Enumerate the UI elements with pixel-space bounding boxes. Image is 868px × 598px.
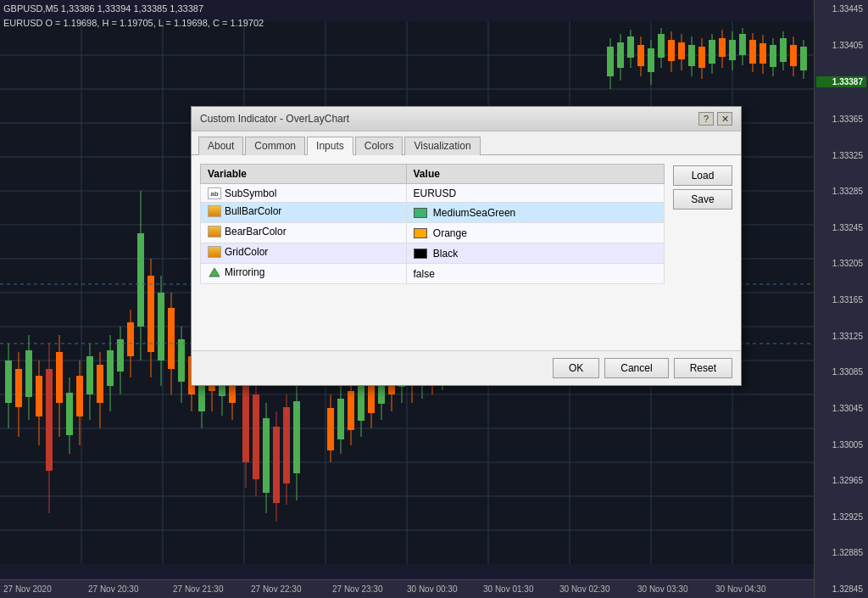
svg-rect-116 <box>263 418 270 493</box>
svg-rect-70 <box>25 350 32 397</box>
color-swatch-orange <box>414 228 427 238</box>
svg-rect-100 <box>178 339 185 382</box>
price-label-13: 1.32965 <box>816 476 866 485</box>
mirroring-icon-group: Mirroring <box>208 266 264 278</box>
variable-cell: GridColor <box>201 243 407 264</box>
price-label-7: 1.33205 <box>816 259 866 268</box>
price-label-8: 1.33165 <box>816 295 866 305</box>
svg-rect-54 <box>749 40 756 64</box>
tab-inputs[interactable]: Inputs <box>307 137 353 155</box>
dialog-controls: ? ✕ <box>698 112 732 126</box>
variable-cell: BullBarColor <box>201 203 407 223</box>
price-label-16: 1.32845 <box>816 584 866 594</box>
inputs-table: Variable Value ab SubSymbol <box>200 164 665 284</box>
svg-rect-32 <box>637 45 644 66</box>
inputs-table-wrapper: Variable Value ab SubSymbol <box>200 164 665 284</box>
dialog-title: Custom Indicator - OverLayChart <box>200 113 349 125</box>
svg-rect-78 <box>66 393 73 435</box>
svg-rect-80 <box>76 376 83 416</box>
time-label-6: 30 Nov 00:30 <box>407 584 458 594</box>
table-row[interactable]: BullBarColor MediumSeaGreen <box>201 203 665 223</box>
svg-rect-88 <box>117 339 124 372</box>
svg-rect-52 <box>739 34 746 55</box>
gridcolor-icon-group: GridColor <box>208 246 268 258</box>
price-label-10: 1.33085 <box>816 367 866 377</box>
tab-common[interactable]: Common <box>245 137 305 155</box>
time-label-8: 30 Nov 02:30 <box>559 584 610 594</box>
svg-rect-62 <box>790 45 797 66</box>
svg-rect-90 <box>127 322 134 356</box>
table-row[interactable]: GridColor Black <box>201 243 665 264</box>
svg-rect-94 <box>147 276 154 352</box>
price-label-6: 1.33245 <box>816 223 866 232</box>
ab-icon: ab <box>208 187 221 199</box>
current-price-label: 1.33387 <box>816 76 866 87</box>
col-variable: Variable <box>201 165 407 184</box>
close-button[interactable]: ✕ <box>717 112 732 126</box>
color-swatch-green <box>414 208 427 218</box>
cancel-button[interactable]: Cancel <box>604 358 668 378</box>
value-cell: false <box>406 264 664 284</box>
tab-colors[interactable]: Colors <box>355 137 403 155</box>
svg-rect-58 <box>770 45 776 67</box>
svg-rect-46 <box>709 40 715 64</box>
help-button[interactable]: ? <box>698 112 714 126</box>
svg-rect-92 <box>137 233 144 327</box>
table-row[interactable]: ab SubSymbol EURUSD <box>201 184 665 203</box>
bar-icon-grid <box>208 246 221 258</box>
tab-visualization[interactable]: Visualization <box>404 137 480 155</box>
time-label-7: 30 Nov 01:30 <box>483 584 534 594</box>
time-axis: 27 Nov 2020 27 Nov 20:30 27 Nov 21:30 27… <box>0 579 814 598</box>
price-label-15: 1.32885 <box>816 548 866 557</box>
dialog[interactable]: Custom Indicator - OverLayChart ? ✕ Abou… <box>191 106 742 386</box>
svg-marker-179 <box>209 268 220 277</box>
svg-rect-44 <box>698 47 705 68</box>
table-row[interactable]: Mirroring false <box>201 264 665 284</box>
svg-rect-48 <box>719 38 726 57</box>
time-label-5: 27 Nov 23:30 <box>332 584 383 594</box>
price-label-2: 1.33405 <box>816 41 866 50</box>
svg-rect-76 <box>56 352 63 403</box>
svg-rect-114 <box>253 394 259 479</box>
eurusd-info: EURUSD O = 1.19698, H = 1.19705, L = 1.1… <box>3 16 264 31</box>
ok-button[interactable]: OK <box>553 358 599 378</box>
chart-info: GBPUSD,M5 1,33386 1,33394 1,33385 1,3338… <box>3 2 264 30</box>
price-label-5: 1.33285 <box>816 187 866 196</box>
svg-rect-122 <box>293 401 300 473</box>
svg-rect-66 <box>5 360 12 403</box>
table-row[interactable]: BearBarColor Orange <box>201 223 665 243</box>
time-label-4: 27 Nov 22:30 <box>251 584 302 594</box>
variable-cell: ab SubSymbol <box>201 184 407 203</box>
svg-rect-128 <box>348 391 354 430</box>
svg-rect-126 <box>337 399 344 439</box>
value-cell: Black <box>406 243 664 264</box>
bullbar-icon-group: BullBarColor <box>208 205 281 217</box>
svg-rect-82 <box>86 356 93 394</box>
svg-rect-124 <box>327 408 334 450</box>
reset-button[interactable]: Reset <box>674 358 732 378</box>
dialog-titlebar: Custom Indicator - OverLayChart ? ✕ <box>192 107 741 131</box>
svg-rect-40 <box>678 42 685 59</box>
svg-rect-30 <box>627 36 634 58</box>
bearbar-icon-group: BearBarColor <box>208 226 287 238</box>
save-button[interactable]: Save <box>673 189 732 210</box>
svg-rect-42 <box>688 45 695 66</box>
bar-icon-green <box>208 205 221 217</box>
tabs-container: About Common Inputs Colors Visualization <box>192 131 741 155</box>
dialog-footer: OK Cancel Reset <box>192 350 741 385</box>
tab-about[interactable]: About <box>198 137 243 155</box>
svg-rect-130 <box>358 382 364 421</box>
svg-rect-38 <box>668 40 675 61</box>
load-button[interactable]: Load <box>673 165 732 186</box>
svg-rect-98 <box>168 308 175 369</box>
time-label-9: 30 Nov 03:30 <box>637 584 688 594</box>
color-swatch-black <box>414 249 427 259</box>
price-label-12: 1.33005 <box>816 440 866 450</box>
gbpusd-info: GBPUSD,M5 1,33386 1,33394 1,33385 1,3338… <box>3 2 264 16</box>
time-label-10: 30 Nov 04:30 <box>715 584 766 594</box>
bar-icon-orange <box>208 226 221 238</box>
price-label-14: 1.32925 <box>816 512 866 522</box>
svg-rect-120 <box>283 407 290 483</box>
value-cell: EURUSD <box>406 184 664 203</box>
svg-rect-86 <box>107 350 114 386</box>
